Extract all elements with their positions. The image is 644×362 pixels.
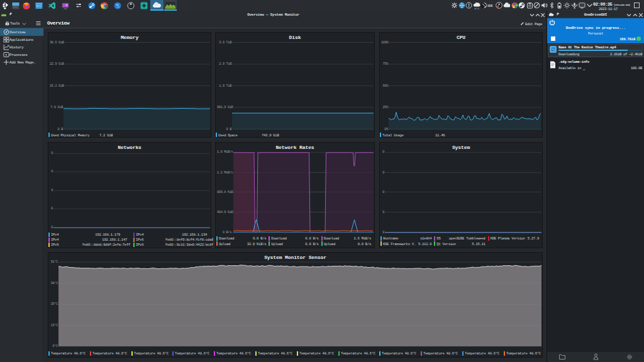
svg-text:6°C: 6°C <box>474 7 479 9</box>
svg-text:0KB: 0KB <box>487 4 492 7</box>
